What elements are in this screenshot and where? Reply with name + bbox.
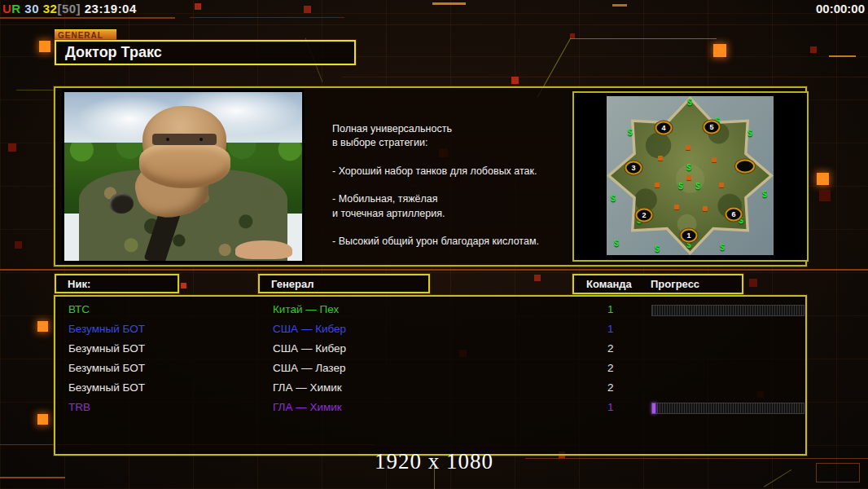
stat-segment: [50] — [57, 2, 81, 15]
player-team: 2 — [607, 339, 614, 359]
player-general: ГЛА — Химик — [273, 398, 342, 417]
map-preview-panel: $$$$$$$$$$$$$$$123456 — [572, 91, 809, 262]
player-team: 2 — [607, 359, 614, 378]
general-name: Доктор Тракс — [65, 44, 354, 61]
oil-derrick-marker — [703, 206, 708, 211]
supply-dock-marker: $ — [720, 243, 725, 252]
general-description: Полная универсальность в выборе стратеги… — [332, 122, 576, 249]
match-timer: 00:00:00 — [816, 2, 865, 15]
supply-dock-marker: $ — [678, 181, 683, 190]
oil-derrick-marker — [674, 205, 679, 209]
player-team: 1 — [607, 300, 614, 319]
player-row: TRBГЛА — Химик1 — [55, 398, 805, 417]
supply-dock-marker: $ — [628, 128, 633, 137]
general-tag-label: GENERAL — [55, 29, 116, 41]
player-nick: TRB — [68, 398, 90, 417]
player-general: США — Кибер — [273, 319, 346, 339]
spawn-point-6: 6 — [726, 208, 743, 222]
player-general: США — Лазер — [273, 359, 345, 378]
spawn-point-3: 3 — [625, 161, 642, 174]
header-nick-box: Ник: — [55, 274, 179, 293]
player-team: 1 — [607, 319, 614, 339]
oil-derrick-marker — [686, 145, 690, 150]
oil-derrick-marker — [712, 157, 717, 162]
stat-segment: U — [2, 2, 11, 15]
player-general: ГЛА — Химик — [273, 378, 342, 398]
player-nick: Безумный БОТ — [68, 378, 145, 398]
supply-dock-marker: $ — [614, 238, 619, 247]
oil-derrick-marker — [719, 183, 724, 187]
oil-derrick-marker — [658, 156, 663, 161]
header-general-label: Генерал — [271, 278, 313, 290]
supply-dock-marker: $ — [611, 193, 616, 202]
player-row: Безумный БОТГЛА — Химик2 — [55, 378, 805, 398]
spawn-point-2: 2 — [635, 209, 652, 222]
supply-dock-marker: $ — [687, 98, 692, 107]
supply-dock-marker: $ — [686, 162, 691, 171]
player-team: 2 — [607, 378, 614, 398]
map-image: $$$$$$$$$$$$$$$123456 — [607, 96, 774, 255]
stat-segment: R — [11, 2, 20, 15]
general-portrait — [64, 92, 302, 261]
player-row: Безумный БОТСША — Лазер2 — [55, 359, 805, 378]
spawn-point-4: 4 — [655, 121, 672, 135]
loading-progress-bar — [651, 403, 804, 414]
spawn-point-1: 1 — [681, 229, 698, 243]
supply-dock-marker: $ — [695, 181, 700, 190]
player-row: Безумный БОТСША — Кибер1 — [55, 319, 805, 339]
loading-progress-bar — [651, 305, 804, 316]
player-general: США — Кибер — [273, 339, 346, 359]
player-row: ВТСКитай — Пех1 — [55, 300, 805, 319]
player-nick: Безумный БОТ — [68, 359, 145, 378]
spawn-point-5: 5 — [703, 121, 720, 134]
player-nick: Безумный БОТ — [68, 339, 145, 359]
progress-fill — [652, 403, 655, 413]
header-general-box: Генерал — [258, 274, 430, 293]
header-team-progress-box: Команда Прогресс — [572, 274, 743, 294]
portrait-face-wrap — [139, 143, 230, 188]
loading-screen: { "topbar": { "left_segments": [ {"text"… — [0, 0, 868, 489]
stat-segment: 32 — [39, 2, 57, 15]
spawn-point-unnumbered — [735, 159, 755, 173]
players-table: ВТСКитай — Пех1Безумный БОТСША — Кибер1Б… — [54, 295, 807, 456]
player-nick: Безумный БОТ — [68, 319, 145, 339]
stat-segment: 23:19:04 — [81, 2, 137, 15]
player-general: Китай — Пех — [273, 300, 339, 319]
resolution-label: 1920 x 1080 — [375, 449, 493, 474]
portrait-gear — [109, 193, 133, 214]
player-nick: ВТС — [68, 300, 90, 319]
supply-dock-marker: $ — [762, 189, 767, 198]
portrait-eyes — [152, 134, 217, 145]
general-name-box: Доктор Тракс — [55, 40, 356, 65]
supply-dock-marker: $ — [747, 129, 752, 138]
player-team: 1 — [607, 398, 614, 417]
oil-derrick-marker — [655, 183, 660, 187]
header-progress-label: Прогресс — [651, 278, 699, 290]
stat-segment: 30 — [21, 2, 39, 15]
supply-dock-marker: $ — [655, 244, 660, 253]
player-row: Безумный БОТСША — Кибер2 — [55, 339, 805, 359]
oil-derrick-marker — [686, 175, 691, 180]
portrait-hand — [235, 240, 292, 259]
header-nick-label: Ник: — [68, 278, 90, 290]
header-team-label: Команда — [586, 278, 632, 290]
player-stats-readout: UR 30 32[50] 23:19:04 — [2, 2, 137, 15]
